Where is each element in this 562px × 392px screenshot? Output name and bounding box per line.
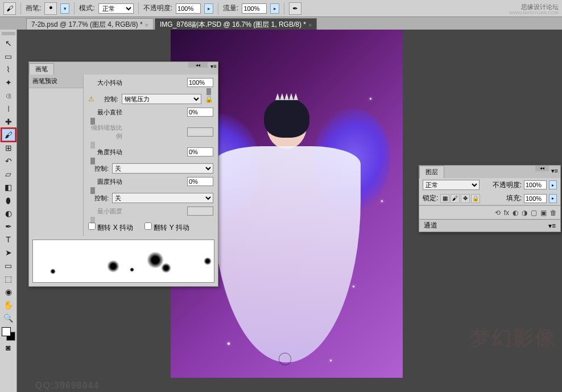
foreground-color[interactable] <box>2 327 11 336</box>
angle-jitter-input[interactable] <box>187 147 213 156</box>
airbrush-icon[interactable]: ✒ <box>289 2 301 15</box>
control2-select[interactable]: 关 <box>112 163 213 174</box>
lock-position-icon[interactable]: ✥ <box>461 194 470 203</box>
3d-camera-tool[interactable]: ◉ <box>2 286 15 298</box>
channels-tab[interactable]: 通道 <box>424 221 437 230</box>
lock-all-icon[interactable]: 🔒 <box>471 194 480 203</box>
fill-label: 填充: <box>506 193 522 203</box>
min-diameter-label: 最小直径 <box>88 108 122 117</box>
tab-1-label: 7-2b.psd @ 17.7% (图层 4, RGB/8) * <box>31 20 143 30</box>
opacity-label: 不透明度: <box>143 3 172 13</box>
brush-panel-tab[interactable]: 画笔 <box>29 63 54 75</box>
flow-label: 流量: <box>223 3 238 13</box>
flow-arrow-icon[interactable]: ▸ <box>270 3 279 14</box>
opacity-arrow-icon[interactable]: ▸ <box>549 180 557 189</box>
document-tab-bar: 7-2b.psd @ 17.7% (图层 4, RGB/8) * × IMG_8… <box>0 17 562 30</box>
mode-select[interactable]: 正常 <box>98 3 134 14</box>
crop-tool[interactable]: ⟃ <box>2 89 15 102</box>
flip-x-checkbox[interactable]: 翻转 X 抖动 <box>88 222 133 233</box>
quickmask-tool[interactable]: ◙ <box>2 341 15 354</box>
size-jitter-label: 大小抖动 <box>88 79 122 87</box>
panel-menu-icon[interactable]: ▾≡ <box>551 167 558 175</box>
close-icon[interactable]: × <box>145 22 148 28</box>
brush-tool[interactable]: 🖌 <box>2 129 15 141</box>
zoom-tool[interactable]: 🔍 <box>2 312 15 324</box>
fill-arrow-icon[interactable]: ▸ <box>549 194 557 203</box>
fill-input[interactable] <box>524 194 547 203</box>
lasso-tool[interactable]: ⌇ <box>2 63 15 76</box>
document-tab-1[interactable]: 7-2b.psd @ 17.7% (图层 4, RGB/8) * × <box>26 18 154 30</box>
size-jitter-input[interactable] <box>187 78 213 87</box>
new-layer-icon[interactable]: ▣ <box>540 209 547 217</box>
min-round-label: 最小圆度 <box>88 207 122 216</box>
panel-grip[interactable] <box>2 32 15 35</box>
tilt-scale-input <box>187 127 213 137</box>
eyedropper-tool[interactable]: ⁞ <box>2 102 15 115</box>
adjustment-layer-icon[interactable]: ◑ <box>522 209 527 217</box>
round-jitter-input[interactable] <box>187 177 213 186</box>
control2-label: 控制: <box>88 164 109 173</box>
opacity-arrow-icon[interactable]: ▸ <box>204 3 213 14</box>
tools-panel: ↖ ▭ ⌇ ✦ ⟃ ⁞ ✚ 🖌 ⊞ ↶ ▱ ◧ ⬮ ◐ ✒ T ➤ ▭ ⬚ ◉ … <box>0 30 17 392</box>
tool-preset-icon[interactable]: 🖌 <box>3 2 16 15</box>
flip-y-checkbox: 翻转 Y 抖动 <box>144 222 189 233</box>
panel-menu-icon[interactable]: ▾≡ <box>548 222 556 230</box>
eraser-tool[interactable]: ▱ <box>2 168 15 180</box>
layer-style-icon[interactable]: fx <box>504 209 509 217</box>
lock-transparency-icon[interactable]: ▦ <box>440 194 449 203</box>
control3-select[interactable]: 关 <box>112 193 213 203</box>
marquee-tool[interactable]: ▭ <box>2 50 15 63</box>
layer-opacity-label: 不透明度: <box>493 180 522 190</box>
panel-collapse-icon[interactable]: ◂◂ <box>535 166 549 171</box>
close-icon[interactable]: × <box>308 22 312 28</box>
history-brush-tool[interactable]: ↶ <box>2 155 15 167</box>
delete-layer-icon[interactable]: 🗑 <box>550 209 557 217</box>
layer-group-icon[interactable]: ▢ <box>531 209 537 217</box>
magic-wand-tool[interactable]: ✦ <box>2 76 15 89</box>
brush-preview-icon[interactable]: • <box>44 2 57 15</box>
shape-tool[interactable]: ▭ <box>2 259 15 272</box>
opacity-input[interactable] <box>176 3 201 14</box>
layer-mask-icon[interactable]: ◐ <box>513 209 518 217</box>
angle-jitter-label: 角度抖动 <box>88 148 122 156</box>
blend-mode-select[interactable]: 正常 <box>423 180 480 190</box>
path-selection-tool[interactable]: ➤ <box>2 246 15 259</box>
brush-preset-header[interactable]: 画笔预设 <box>29 75 83 88</box>
lock-label: 锁定: <box>423 193 438 203</box>
3d-tool[interactable]: ⬚ <box>2 273 15 285</box>
brush-panel: ◂◂ ▾≡ 画笔 画笔预设 大小抖动 ⚠ 控制: 钢笔压力 🔒 最小直径 <box>28 61 218 287</box>
dodge-tool[interactable]: ◐ <box>2 207 15 220</box>
brush-label: 画笔: <box>26 3 41 13</box>
control-select[interactable]: 钢笔压力 <box>122 94 201 104</box>
warning-icon: ⚠ <box>88 95 94 103</box>
tilt-scale-label: 倾斜缩放比例 <box>88 123 122 141</box>
hand-tool[interactable]: ✋ <box>2 299 15 311</box>
min-diameter-input[interactable] <box>187 108 213 117</box>
brush-settings-list: 画笔预设 <box>29 75 84 236</box>
layers-bottom-bar: ⟲ fx ◐ ◑ ▢ ▣ 🗑 <box>419 205 560 219</box>
pen-tool[interactable]: ✒ <box>2 220 15 233</box>
flow-input[interactable] <box>242 3 267 14</box>
type-tool[interactable]: T <box>2 233 15 246</box>
layers-tab[interactable]: 图层 <box>419 166 444 178</box>
lock-icons-group: ▦ 🖌 ✥ 🔒 <box>440 194 480 203</box>
move-tool[interactable]: ↖ <box>2 37 15 49</box>
panel-collapse-icon[interactable]: ◂◂ <box>188 62 208 68</box>
round-jitter-label: 圆度抖动 <box>88 178 122 186</box>
panel-menu-icon[interactable]: ▾≡ <box>210 63 217 69</box>
lock-paint-icon[interactable]: 🖌 <box>451 194 460 203</box>
options-bar: 🖌 画笔: • ▾ 模式: 正常 不透明度: ▸ 流量: ▸ ✒ <box>0 0 562 17</box>
gradient-tool[interactable]: ◧ <box>2 181 15 193</box>
control-label: 控制: <box>98 95 118 104</box>
min-round-input <box>187 207 213 216</box>
healing-brush-tool[interactable]: ✚ <box>2 115 15 128</box>
stamp-tool[interactable]: ⊞ <box>2 142 15 154</box>
link-layers-icon[interactable]: ⟲ <box>495 209 501 217</box>
brush-settings-detail: 大小抖动 ⚠ 控制: 钢笔压力 🔒 最小直径 倾斜缩放比例 角度抖动 <box>84 75 218 236</box>
layer-opacity-input[interactable] <box>524 180 547 189</box>
color-swatches[interactable] <box>2 327 15 341</box>
brush-dropdown-icon[interactable]: ▾ <box>60 3 69 14</box>
blur-tool[interactable]: ⬮ <box>2 194 15 207</box>
lock-icon: 🔒 <box>205 95 213 103</box>
document-tab-2[interactable]: IMG_8768副本.PSD @ 16.7% (图层 1, RGB/8) * × <box>155 18 317 30</box>
